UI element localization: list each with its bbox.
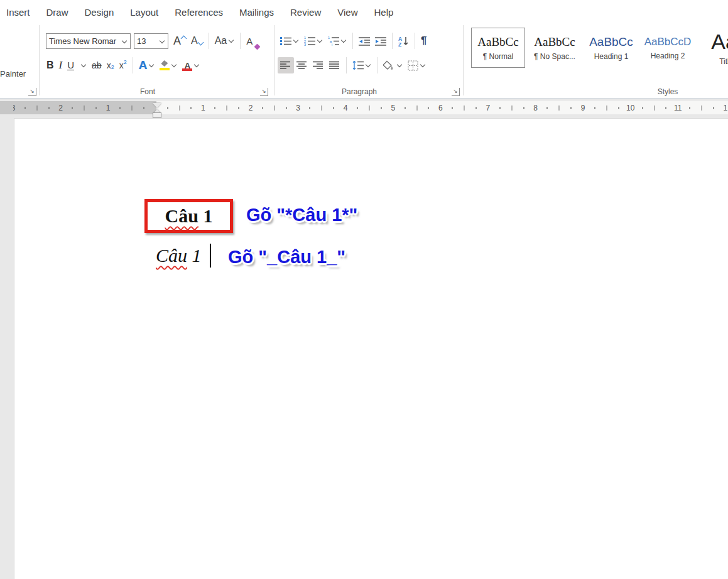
text-effects-icon: A bbox=[139, 58, 148, 72]
sort-button[interactable]: AZ bbox=[396, 33, 411, 49]
ruler-unit: 4 bbox=[345, 101, 393, 114]
change-case-button[interactable]: Aa bbox=[212, 33, 237, 49]
ruler-unit: 3 bbox=[298, 101, 346, 114]
show-hide-marks-button[interactable]: ¶ bbox=[418, 33, 429, 49]
font-color-button[interactable]: A bbox=[180, 57, 202, 73]
word-window: { "menubar": { "tabs": [ {"label": "Inse… bbox=[0, 0, 728, 579]
divider bbox=[209, 33, 209, 49]
chevron-down-icon bbox=[149, 62, 154, 67]
italic-button[interactable]: I bbox=[57, 57, 65, 73]
ruler-unit: 8 bbox=[536, 101, 584, 114]
justify-icon bbox=[329, 61, 340, 70]
caret-down-icon bbox=[197, 39, 204, 45]
chevron-down-icon bbox=[229, 38, 234, 43]
style-tile-heading1[interactable]: AaBbCc Heading 1 bbox=[584, 28, 638, 68]
ruler-unit: 11 bbox=[678, 101, 725, 114]
bullet-list-icon bbox=[280, 36, 291, 46]
bold-button[interactable]: B bbox=[44, 57, 57, 73]
line-spacing-icon bbox=[352, 60, 364, 70]
tab-review[interactable]: Review bbox=[290, 7, 321, 18]
styles-group-label: Styles bbox=[621, 87, 715, 96]
chevron-down-icon bbox=[420, 62, 425, 67]
shading-button[interactable] bbox=[381, 57, 405, 73]
chevron-down-icon bbox=[317, 38, 322, 43]
grow-font-button[interactable]: A bbox=[171, 33, 188, 49]
divider bbox=[240, 33, 241, 49]
left-indent-marker[interactable] bbox=[153, 112, 161, 118]
font-name-combobox[interactable]: Times New Romar bbox=[46, 33, 131, 49]
subscript-button[interactable]: x2 bbox=[104, 57, 117, 73]
align-left-icon bbox=[280, 61, 291, 70]
font-size-combobox[interactable]: 13 bbox=[134, 33, 168, 49]
text-effects-button[interactable]: A bbox=[136, 57, 158, 73]
style-tile-title[interactable]: Aa Titl bbox=[697, 28, 728, 68]
strikethrough-button[interactable]: ab bbox=[89, 57, 104, 73]
eraser-icon bbox=[254, 44, 261, 50]
divider bbox=[133, 57, 133, 73]
font-group-label: Font bbox=[101, 87, 195, 96]
ribbon: Painter ↘ Times New Romar 13 A A Aa A B … bbox=[0, 24, 728, 99]
style-tile-normal[interactable]: AaBbCc ¶ Normal bbox=[471, 28, 525, 68]
line-spacing-button[interactable] bbox=[350, 57, 374, 73]
tab-layout[interactable]: Layout bbox=[130, 7, 158, 18]
clear-formatting-button[interactable]: A bbox=[244, 33, 255, 49]
text-highlight-button[interactable] bbox=[157, 57, 180, 73]
ruler-unit: 5 bbox=[393, 101, 441, 114]
align-center-button[interactable] bbox=[294, 57, 310, 73]
chevron-down-icon bbox=[122, 38, 127, 43]
style-tile-no-spacing[interactable]: AaBbCc ¶ No Spac... bbox=[528, 28, 582, 68]
decrease-indent-button[interactable] bbox=[356, 33, 372, 49]
ruler-unit: 1 bbox=[108, 101, 156, 114]
font-dialog-launcher-icon[interactable]: ↘ bbox=[260, 88, 268, 96]
ruler-unit bbox=[156, 101, 204, 114]
borders-button[interactable] bbox=[405, 57, 428, 73]
first-line-indent-marker[interactable] bbox=[153, 103, 161, 108]
align-center-icon bbox=[296, 61, 308, 70]
tab-view[interactable]: View bbox=[337, 7, 357, 18]
ruler-unit: 1 bbox=[725, 101, 728, 114]
bullets-button[interactable] bbox=[278, 33, 302, 49]
chevron-down-icon bbox=[366, 62, 371, 67]
divider bbox=[352, 33, 353, 49]
doc-text-bold[interactable]: Câu 1 bbox=[165, 205, 213, 227]
clipboard-dialog-launcher-icon[interactable]: ↘ bbox=[28, 88, 36, 96]
annotation-line1: Gõ "*Câu 1*" bbox=[246, 205, 357, 225]
group-divider bbox=[39, 25, 40, 95]
divider bbox=[392, 33, 393, 49]
style-label: Heading 1 bbox=[594, 52, 629, 61]
tab-help[interactable]: Help bbox=[374, 7, 393, 18]
increase-indent-icon bbox=[375, 36, 386, 46]
style-tile-heading2[interactable]: AaBbCcD Heading 2 bbox=[641, 28, 695, 68]
ruler-unit: 6 bbox=[440, 101, 488, 114]
justify-button[interactable] bbox=[327, 57, 343, 73]
svg-text:3: 3 bbox=[304, 43, 306, 46]
multilevel-list-button[interactable]: 1ai bbox=[325, 33, 349, 49]
svg-text:Z: Z bbox=[398, 41, 401, 46]
document-page[interactable] bbox=[14, 118, 728, 579]
tab-draw[interactable]: Draw bbox=[46, 7, 68, 18]
shrink-font-button[interactable]: A bbox=[188, 33, 205, 49]
increase-indent-button[interactable] bbox=[372, 33, 389, 49]
ruler-unit: 2 bbox=[61, 101, 109, 114]
horizontal-ruler[interactable]: 32112345678910111 bbox=[0, 100, 728, 114]
tab-insert[interactable]: Insert bbox=[6, 7, 30, 18]
underline-button[interactable]: U bbox=[65, 57, 77, 73]
tab-references[interactable]: References bbox=[175, 7, 223, 18]
tab-design[interactable]: Design bbox=[85, 7, 114, 18]
align-left-button[interactable] bbox=[278, 57, 294, 73]
chevron-down-icon bbox=[160, 38, 165, 43]
font-color-icon: A bbox=[182, 60, 192, 71]
superscript-button[interactable]: x2 bbox=[117, 57, 129, 73]
ruler-scale: 32112345678910111 bbox=[13, 101, 728, 114]
ruler-unit: 9 bbox=[583, 101, 631, 114]
tab-mailings[interactable]: Mailings bbox=[239, 7, 274, 18]
align-right-button[interactable] bbox=[310, 57, 327, 73]
format-painter-button[interactable]: Painter bbox=[0, 69, 26, 78]
numbering-button[interactable]: 123 bbox=[302, 33, 325, 49]
style-label: ¶ No Spac... bbox=[534, 52, 575, 61]
doc-text-italic[interactable]: Câu 1 bbox=[156, 245, 202, 266]
caret-up-icon bbox=[181, 35, 187, 41]
paragraph-dialog-launcher-icon[interactable]: ↘ bbox=[452, 88, 460, 96]
underline-options-button[interactable] bbox=[77, 57, 89, 73]
annotation-line2: Gõ "_Câu 1_" bbox=[228, 247, 345, 268]
